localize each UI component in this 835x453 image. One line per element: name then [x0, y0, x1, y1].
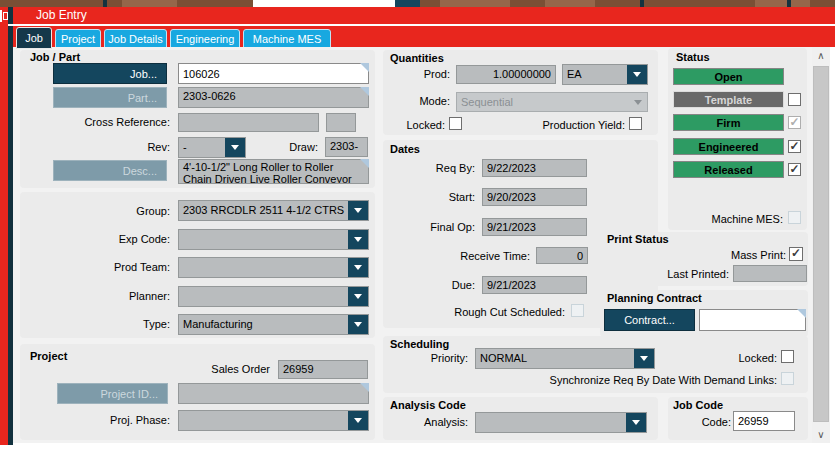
analysis-code-header: Analysis Code	[390, 399, 466, 411]
chevron-down-icon[interactable]	[348, 201, 368, 220]
analysis-label: Analysis:	[390, 416, 468, 429]
chevron-down-icon[interactable]	[348, 315, 368, 334]
mass-print-label: Mass Print:	[680, 249, 786, 262]
prod-team-dropdown[interactable]	[178, 257, 369, 278]
rev-dropdown[interactable]: -	[178, 137, 246, 158]
rough-cut-label: Rough Cut Scheduled:	[400, 306, 565, 319]
contract-button[interactable]: Contract...	[604, 309, 695, 331]
tab-job[interactable]: Job	[16, 27, 52, 49]
due-field: 9/21/2023	[482, 276, 587, 294]
contract-input[interactable]	[699, 309, 806, 331]
production-yield-checkbox[interactable]	[629, 117, 642, 130]
machine-mes-checkbox	[788, 211, 801, 224]
strip-segment	[755, 0, 810, 7]
engineered-checkbox[interactable]	[788, 140, 801, 153]
production-yield-label: Production Yield:	[480, 119, 625, 132]
strip-segment	[440, 0, 510, 7]
rev-label: Rev:	[100, 141, 170, 154]
job-button[interactable]: Job...	[53, 63, 167, 84]
locked-checkbox[interactable]	[449, 117, 462, 130]
last-printed-label: Last Printed:	[630, 268, 729, 281]
dates-header: Dates	[390, 143, 420, 155]
tab-machine-mes[interactable]: Machine MES	[243, 29, 331, 48]
sales-order-field: 26959	[278, 360, 368, 379]
window-title: Job Entry	[36, 8, 87, 22]
job-code-header: Job Code	[673, 399, 723, 411]
req-by-label: Req By:	[395, 162, 475, 175]
background-toolbar-strip	[0, 0, 835, 7]
scroll-up-icon[interactable]: ∧	[812, 47, 830, 64]
tab-engineering[interactable]: Engineering	[170, 29, 240, 48]
fold-corner-icon	[360, 383, 369, 392]
job-entry-window: Job Entry Job Project Job Details Engine…	[0, 0, 835, 453]
part-button: Part...	[53, 87, 167, 108]
prod-qty-field: 1.00000000	[456, 65, 556, 84]
chevron-down-icon[interactable]	[348, 287, 368, 306]
status-released-button[interactable]: Released	[673, 161, 784, 178]
scrollbar-thumb[interactable]	[813, 66, 829, 422]
start-field: 9/20/2023	[482, 188, 587, 206]
tab-job-details[interactable]: Job Details	[104, 29, 167, 48]
group-dropdown[interactable]: 2303 RRCDLR 2511 4-1/2 CTRS	[178, 200, 369, 221]
locked-label: Locked:	[390, 119, 445, 132]
mass-print-checkbox[interactable]	[789, 247, 803, 261]
rough-cut-checkbox	[571, 304, 584, 317]
final-op-label: Final Op:	[395, 221, 475, 234]
exp-code-dropdown[interactable]	[178, 229, 369, 250]
priority-label: Priority:	[398, 352, 468, 365]
type-dropdown[interactable]: Manufacturing	[178, 314, 369, 335]
proj-phase-dropdown[interactable]	[178, 410, 369, 431]
scroll-down-icon[interactable]: ∨	[812, 426, 830, 443]
start-label: Start:	[395, 191, 475, 204]
status-open-button[interactable]: Open	[673, 68, 784, 85]
job-input[interactable]	[178, 63, 369, 84]
sales-order-label: Sales Order	[170, 363, 270, 376]
strip-divider	[640, 0, 644, 7]
strip-divider	[787, 0, 791, 7]
window-left-edge	[0, 7, 8, 445]
chevron-down-icon[interactable]	[626, 413, 646, 432]
last-printed-field	[733, 265, 807, 282]
quantities-header: Quantities	[390, 52, 444, 64]
planner-dropdown[interactable]	[178, 286, 369, 307]
desc-button: Desc...	[53, 160, 167, 181]
code-label: Code:	[681, 416, 731, 429]
status-template-button[interactable]: Template	[673, 91, 784, 108]
job-part-header: Job / Part	[30, 51, 80, 63]
scheduling-locked-checkbox[interactable]	[781, 350, 794, 363]
status-header: Status	[676, 51, 710, 63]
draw-label: Draw:	[270, 141, 318, 154]
chevron-down-icon[interactable]	[348, 411, 368, 430]
prod-team-label: Prod Team:	[60, 261, 170, 274]
priority-dropdown[interactable]: NORMAL	[475, 348, 655, 369]
chevron-down-icon[interactable]	[348, 258, 368, 277]
chevron-down-icon[interactable]	[348, 230, 368, 249]
project-id-button: Project ID...	[57, 383, 168, 404]
strip-segment	[122, 0, 177, 7]
chevron-down-icon[interactable]	[634, 349, 654, 368]
planner-label: Planner:	[60, 290, 170, 303]
code-input[interactable]	[733, 411, 795, 431]
print-status-header: Print Status	[607, 233, 669, 245]
pin-icon[interactable]	[0, 10, 8, 22]
status-firm-button[interactable]: Firm	[673, 114, 784, 131]
planning-contract-header: Planning Contract	[607, 292, 702, 304]
titlebar-separator	[8, 24, 835, 26]
due-label: Due:	[395, 279, 475, 292]
strip-segment	[545, 0, 595, 7]
status-engineered-button[interactable]: Engineered	[673, 138, 784, 155]
final-op-field: 9/21/2023	[482, 218, 587, 236]
strip-divider	[103, 0, 107, 7]
tab-project[interactable]: Project	[55, 29, 101, 48]
released-checkbox[interactable]	[788, 163, 801, 176]
cross-reference-field[interactable]	[178, 113, 319, 132]
prod-label: Prod:	[390, 68, 450, 81]
analysis-dropdown[interactable]	[475, 412, 647, 433]
fold-corner-icon	[360, 63, 369, 72]
mode-dropdown: Sequential	[456, 92, 648, 112]
uom-dropdown[interactable]: EA	[562, 64, 648, 85]
chevron-down-icon[interactable]	[225, 138, 245, 157]
desc-field: 4'-10-1/2" Long Roller to Roller Chain D…	[178, 159, 369, 184]
chevron-down-icon[interactable]	[627, 65, 647, 84]
template-checkbox[interactable]	[788, 93, 801, 106]
